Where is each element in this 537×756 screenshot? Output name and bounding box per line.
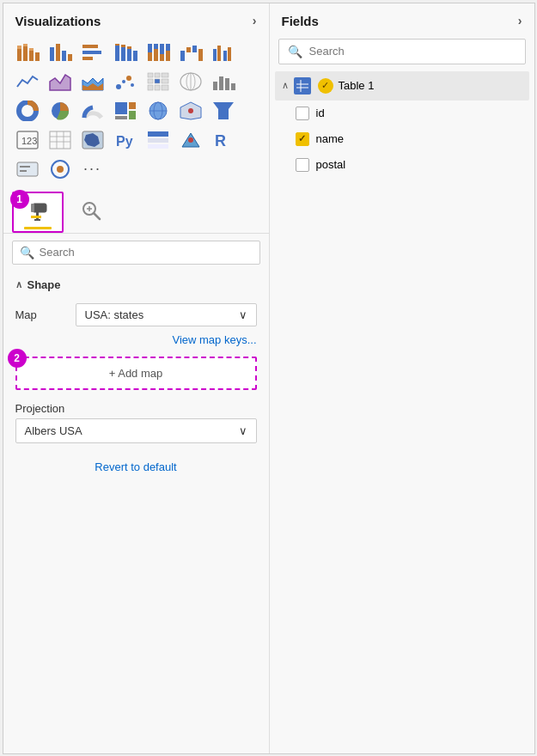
svg-rect-29 bbox=[180, 51, 185, 61]
svg-rect-89 bbox=[20, 170, 27, 172]
search-icon: 🔍 bbox=[20, 246, 34, 259]
svg-rect-58 bbox=[225, 78, 229, 90]
viz-donut-chart[interactable] bbox=[12, 97, 43, 125]
fields-panel: Fields › 🔍 ∧ ✓ Table 1 id bbox=[270, 3, 534, 753]
format-search-bar[interactable]: 🔍 bbox=[12, 241, 260, 265]
viz-pie-chart[interactable] bbox=[45, 97, 76, 125]
viz-funnel[interactable] bbox=[208, 97, 239, 125]
svg-rect-6 bbox=[35, 52, 40, 61]
viz-matrix[interactable] bbox=[143, 68, 174, 95]
map-select[interactable]: USA: states ∨ bbox=[76, 303, 257, 326]
viz-map-chart[interactable] bbox=[175, 68, 206, 95]
viz-filled-map[interactable] bbox=[77, 126, 108, 154]
svg-point-91 bbox=[57, 166, 64, 173]
svg-text:123: 123 bbox=[21, 136, 37, 146]
svg-rect-11 bbox=[82, 45, 98, 48]
viz-ribbon-chart[interactable] bbox=[77, 68, 108, 95]
svg-rect-35 bbox=[223, 51, 227, 61]
svg-rect-36 bbox=[228, 47, 231, 61]
svg-rect-7 bbox=[50, 47, 54, 61]
viz-waterfall[interactable] bbox=[175, 39, 206, 66]
table-icon bbox=[294, 77, 311, 94]
viz-treemap[interactable] bbox=[110, 97, 141, 125]
view-map-keys-link[interactable]: View map keys... bbox=[3, 332, 269, 351]
svg-rect-62 bbox=[115, 102, 127, 114]
analytics-tab[interactable] bbox=[67, 192, 119, 233]
shape-section-header[interactable]: ∧ Shape bbox=[3, 271, 269, 298]
svg-rect-83 bbox=[148, 138, 168, 143]
svg-rect-47 bbox=[148, 79, 153, 83]
svg-rect-26 bbox=[160, 54, 164, 61]
visualizations-panel: Visualizations › bbox=[3, 3, 270, 753]
table-header[interactable]: ∧ ✓ Table 1 bbox=[275, 71, 529, 101]
viz-bar-chart[interactable] bbox=[45, 39, 76, 66]
add-map-badge: 2 bbox=[8, 349, 27, 368]
svg-rect-22 bbox=[148, 52, 152, 61]
revert-to-default-link[interactable]: Revert to default bbox=[3, 443, 269, 491]
field-item-id[interactable]: id bbox=[275, 101, 529, 126]
viz-horizontal-bar[interactable] bbox=[77, 39, 108, 66]
svg-rect-28 bbox=[166, 51, 170, 61]
svg-rect-87 bbox=[17, 162, 38, 176]
fields-search-icon: 🔍 bbox=[288, 45, 302, 58]
svg-point-85 bbox=[188, 137, 193, 143]
field-checkbox-name[interactable] bbox=[296, 132, 309, 146]
fields-chevron[interactable]: › bbox=[518, 14, 522, 27]
svg-point-42 bbox=[126, 76, 131, 81]
viz-area-chart[interactable] bbox=[45, 68, 76, 95]
svg-rect-46 bbox=[162, 73, 168, 77]
viz-gauge-chart[interactable] bbox=[77, 97, 108, 125]
map-row: Map USA: states ∨ bbox=[3, 298, 269, 332]
table-checkmark: ✓ bbox=[318, 78, 333, 94]
fields-search-input[interactable] bbox=[309, 45, 516, 58]
viz-grouped-bar[interactable] bbox=[208, 39, 239, 66]
svg-rect-19 bbox=[127, 46, 131, 49]
svg-point-70 bbox=[188, 108, 193, 113]
viz-line-chart[interactable] bbox=[12, 68, 43, 95]
add-map-button[interactable]: 2 + Add map bbox=[15, 357, 257, 390]
shape-label: Shape bbox=[27, 278, 61, 291]
projection-select[interactable]: Albers USA ∨ bbox=[15, 418, 257, 443]
viz-python[interactable]: Py bbox=[110, 126, 141, 154]
map-label: Map bbox=[15, 308, 67, 321]
table-name: Table 1 bbox=[339, 79, 375, 92]
field-checkbox-id[interactable] bbox=[296, 107, 309, 120]
field-item-name[interactable]: name bbox=[275, 126, 529, 152]
visualizations-chevron[interactable]: › bbox=[253, 14, 257, 27]
svg-rect-63 bbox=[129, 102, 136, 109]
svg-rect-51 bbox=[155, 85, 160, 90]
viz-table2[interactable] bbox=[143, 126, 174, 154]
add-map-label: + Add map bbox=[109, 367, 163, 380]
viz-r-visual[interactable]: R bbox=[208, 126, 239, 154]
svg-rect-56 bbox=[213, 82, 217, 90]
svg-rect-34 bbox=[217, 46, 221, 61]
viz-globe2[interactable] bbox=[45, 155, 76, 183]
viz-card[interactable]: 123 bbox=[12, 126, 43, 154]
viz-stacked-bar[interactable] bbox=[12, 39, 43, 66]
viz-smart-narrative[interactable] bbox=[12, 155, 43, 183]
svg-line-98 bbox=[94, 213, 100, 219]
svg-rect-5 bbox=[29, 48, 34, 51]
viz-more[interactable]: ··· bbox=[77, 155, 108, 183]
field-name-id: id bbox=[316, 107, 325, 119]
format-search-input[interactable] bbox=[40, 246, 253, 259]
viz-100-stacked-bar[interactable] bbox=[143, 39, 174, 66]
svg-rect-32 bbox=[198, 49, 203, 61]
svg-rect-24 bbox=[154, 49, 158, 61]
fields-search-bar[interactable]: 🔍 bbox=[278, 39, 526, 64]
format-tab[interactable]: 1 bbox=[12, 192, 64, 233]
fields-header: Fields › bbox=[270, 3, 534, 35]
paint-roller-icon bbox=[26, 200, 50, 224]
field-name-name: name bbox=[316, 132, 345, 145]
viz-shape-map[interactable] bbox=[175, 126, 206, 154]
viz-globe[interactable] bbox=[143, 97, 174, 125]
svg-text:R: R bbox=[215, 132, 226, 149]
viz-scatter-chart[interactable] bbox=[110, 68, 141, 95]
viz-stacked-bar2[interactable] bbox=[110, 39, 141, 66]
field-checkbox-postal[interactable] bbox=[296, 158, 309, 172]
viz-bar-chart2[interactable] bbox=[208, 68, 239, 95]
table-group: ∧ ✓ Table 1 id name postal bbox=[270, 71, 534, 178]
field-item-postal[interactable]: postal bbox=[275, 152, 529, 178]
viz-map2[interactable] bbox=[175, 97, 206, 125]
viz-table[interactable] bbox=[45, 126, 76, 154]
